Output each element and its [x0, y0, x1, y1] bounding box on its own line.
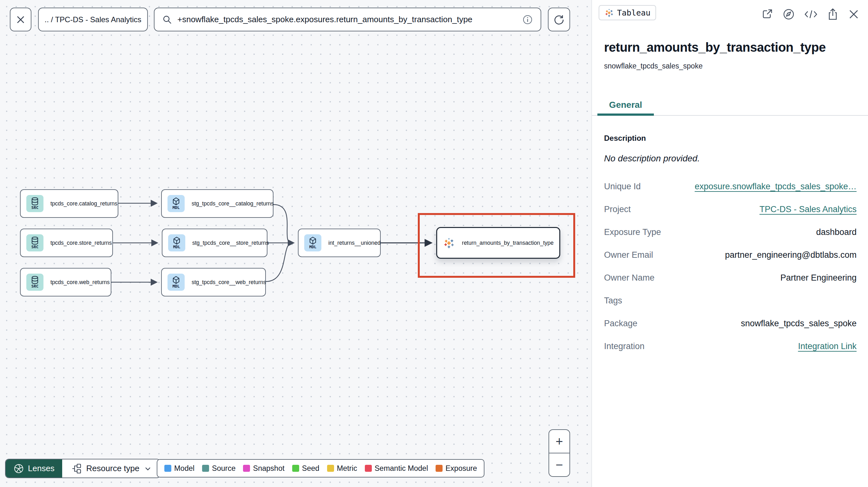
cube-icon [309, 236, 317, 245]
badge-text: MDL [173, 284, 180, 289]
explore-compass-icon[interactable] [782, 8, 795, 21]
exposure-color-swatch [436, 465, 442, 472]
integration-badge[interactable]: Tableau [599, 5, 656, 20]
panel-action-icons [761, 8, 860, 21]
exposure-type-value: dashboard [816, 227, 857, 237]
model-type-badge: MDL [167, 273, 185, 291]
tableau-logo-icon [604, 8, 614, 18]
open-external-icon[interactable] [761, 8, 773, 21]
breadcrumb-label: .. / TPC-DS - Sales Analytics [45, 15, 142, 24]
badge-text: MDL [173, 245, 181, 249]
cube-icon [172, 197, 180, 205]
info-icon[interactable] [522, 14, 533, 25]
database-icon [31, 197, 39, 205]
description-value: No description provided. [604, 154, 700, 164]
field-row-owner-email: Owner Email partner_engineering@dbtlabs.… [604, 244, 857, 266]
field-row-package: Package snowflake_tpcds_sales_spoke [604, 312, 857, 335]
model-type-badge: MDL [168, 234, 185, 252]
search-icon [162, 14, 172, 25]
legend-item-model: Model [164, 464, 194, 473]
node-details-panel: Tableau return_amounts_by_transaction_ty… [592, 0, 868, 487]
close-lineage-button[interactable] [10, 8, 31, 31]
seed-color-swatch [292, 465, 299, 472]
graph-node-source-store-returns[interactable]: SRC tpcds_core.store_returns [20, 229, 113, 257]
source-color-swatch [202, 465, 209, 472]
lenses-label: Lenses [28, 463, 55, 474]
node-label: stg_tpcds_core__store_returns [192, 240, 269, 246]
breadcrumb[interactable]: .. / TPC-DS - Sales Analytics [38, 8, 148, 31]
resource-type-dropdown[interactable]: Resource type [62, 459, 160, 478]
graph-node-int-returns-unioned[interactable]: MDL int_returns__unioned [298, 229, 381, 257]
legend-item-metric: Metric [327, 464, 357, 473]
refresh-button[interactable] [548, 8, 570, 31]
field-row-integration: Integration Integration Link [604, 335, 857, 358]
zoom-out-button[interactable]: − [549, 453, 569, 476]
graph-node-stg-catalog-returns[interactable]: MDL stg_tpcds_core__catalog_returns [161, 189, 274, 218]
close-icon [16, 15, 25, 24]
resource-package-subtitle: snowflake_tpcds_sales_spoke [604, 62, 703, 70]
project-link[interactable]: TPC-DS - Sales Analytics [760, 204, 857, 214]
graph-node-exposure-selected[interactable]: return_amounts_by_transaction_type [436, 227, 560, 259]
lenses-button[interactable]: Lenses [6, 459, 62, 478]
chevron-down-icon [144, 465, 152, 473]
metric-color-swatch [327, 465, 334, 472]
refresh-icon [553, 14, 565, 25]
badge-text: SRC [31, 284, 39, 289]
dbt-explorer-lineage-app: SRC tpcds_core.catalog_returns SRC tpcds… [0, 0, 868, 487]
legend-item-semantic-model: Semantic Model [365, 464, 428, 473]
search-input[interactable] [177, 14, 517, 24]
description-label: Description [604, 134, 646, 143]
aperture-icon [13, 463, 24, 474]
badge-text: MDL [173, 206, 180, 210]
model-type-badge: MDL [304, 234, 321, 252]
integration-badge-label: Tableau [617, 8, 650, 18]
badge-text: SRC [31, 206, 39, 210]
source-type-badge: SRC [26, 234, 43, 252]
cube-icon [173, 236, 181, 245]
resource-title: return_amounts_by_transaction_type [604, 40, 826, 55]
code-icon[interactable] [804, 8, 818, 20]
snapshot-color-swatch [243, 465, 250, 472]
field-row-tags: Tags [604, 289, 857, 312]
legend-item-source: Source [202, 464, 236, 473]
field-row-owner-name: Owner Name Partner Engineering [604, 266, 857, 289]
field-row-unique-id: Unique Id exposure.snowflake_tpcds_sales… [604, 175, 857, 198]
lineage-canvas[interactable]: SRC tpcds_core.catalog_returns SRC tpcds… [0, 0, 592, 487]
source-type-badge: SRC [26, 273, 43, 291]
source-type-badge: SRC [26, 195, 43, 212]
node-label: tpcds_core.store_returns [51, 240, 112, 246]
badge-text: MDL [309, 245, 317, 249]
details-fields: Unique Id exposure.snowflake_tpcds_sales… [604, 175, 857, 358]
node-label: tpcds_core.web_returns [51, 279, 110, 286]
database-icon [31, 276, 39, 284]
badge-text: SRC [31, 245, 39, 249]
owner-name-value: Partner Engineering [780, 273, 857, 283]
panel-tabs: General [592, 95, 868, 116]
graph-node-source-web-returns[interactable]: SRC tpcds_core.web_returns [20, 268, 111, 296]
resource-type-label: Resource type [86, 463, 140, 474]
node-label: int_returns__unioned [328, 240, 380, 246]
unique-id-link[interactable]: exposure.snowflake_tpcds_sales_spoke… [695, 182, 857, 192]
resource-type-legend: Model Source Snapshot Seed Metric Semant… [157, 459, 485, 478]
package-value: snowflake_tpcds_sales_spoke [741, 319, 857, 328]
database-icon [31, 236, 39, 245]
share-icon[interactable] [827, 8, 839, 21]
node-label: stg_tpcds_core__catalog_returns [192, 200, 274, 207]
tableau-logo-icon [443, 235, 455, 251]
graph-node-stg-store-returns[interactable]: MDL stg_tpcds_core__store_returns [162, 229, 268, 257]
node-label: return_amounts_by_transaction_type [462, 240, 554, 246]
zoom-controls: + − [549, 429, 570, 477]
legend-item-seed: Seed [292, 464, 319, 473]
model-type-badge: MDL [167, 195, 185, 212]
lenses-control-group: Lenses Resource type [5, 459, 160, 478]
integration-link[interactable]: Integration Link [798, 342, 857, 351]
tab-general[interactable]: General [597, 95, 654, 115]
org-chart-icon [70, 463, 82, 474]
model-color-swatch [164, 465, 171, 472]
node-label: tpcds_core.catalog_returns [51, 200, 117, 207]
zoom-in-button[interactable]: + [549, 430, 569, 453]
close-panel-icon[interactable] [848, 8, 860, 20]
graph-node-source-catalog-returns[interactable]: SRC tpcds_core.catalog_returns [20, 189, 118, 218]
lineage-search-bar[interactable] [154, 8, 541, 31]
graph-node-stg-web-returns[interactable]: MDL stg_tpcds_core__web_returns [161, 268, 266, 296]
